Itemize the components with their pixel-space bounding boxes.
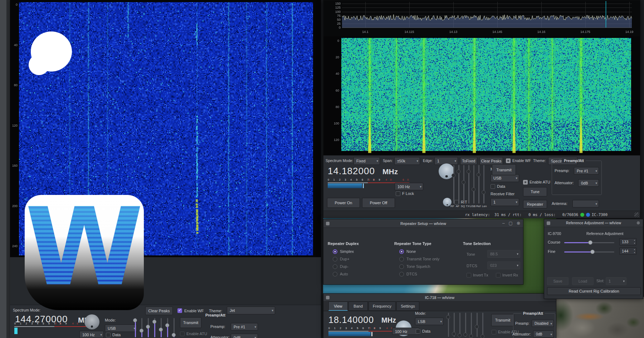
tofixed-button[interactable]: ToFixed	[460, 157, 477, 165]
hf-spectrum-plot[interactable]	[323, 0, 640, 36]
invert-tx-checkbox[interactable]	[467, 273, 471, 278]
tuning-step-select[interactable]: 100 Hz ▾	[79, 331, 104, 338]
frequency-display[interactable]: 14.182000	[328, 166, 375, 177]
course-spinbox[interactable]: 133 ▴ ▾	[619, 238, 636, 245]
power-off-button[interactable]: Power Off	[362, 198, 395, 208]
mode-select[interactable]: LSB ▾	[415, 318, 444, 325]
theme-select[interactable]: Jet ▾	[227, 307, 275, 314]
preamp-select[interactable]: Disabled ▾	[532, 320, 554, 327]
spin-up-icon[interactable]: ▴	[634, 248, 635, 251]
slider-handle[interactable]	[457, 170, 460, 173]
enable-wf-checkbox[interactable]: ✓	[177, 308, 182, 313]
slider-2[interactable]	[452, 313, 456, 337]
tuning-step-select[interactable]: 100 Hz ▾	[392, 328, 419, 335]
slider-handle[interactable]	[462, 180, 465, 184]
slider-handle[interactable]	[458, 333, 462, 337]
slider-2[interactable]	[140, 318, 144, 337]
slider-handle[interactable]	[140, 329, 143, 333]
radio-dup-plus[interactable]	[333, 257, 337, 261]
tab-frequency[interactable]: Frequency	[369, 302, 396, 311]
fine-spinbox[interactable]: 144 ▴ ▾	[619, 248, 636, 255]
close-icon[interactable]: ⊗	[636, 220, 640, 225]
span-select[interactable]: ±50k ▾	[394, 157, 420, 165]
spin-down-icon[interactable]: ▾	[634, 251, 635, 254]
slider-handle[interactable]	[469, 334, 473, 338]
radio-dtcs[interactable]	[399, 272, 404, 276]
hf-waterfall-plot[interactable]	[323, 36, 640, 155]
tab-settings[interactable]: Settings	[396, 302, 419, 311]
radio-dup-minus[interactable]	[333, 264, 337, 269]
receive-filter-select[interactable]: 1 ▾	[491, 198, 519, 206]
tab-view[interactable]: View	[328, 302, 348, 311]
transmit-button[interactable]: Transmit	[492, 164, 516, 175]
f-lock-checkbox[interactable]	[396, 191, 400, 196]
slider-af[interactable]	[457, 165, 461, 204]
antenna-select[interactable]: ▾	[572, 200, 599, 207]
slider-6[interactable]	[165, 318, 170, 337]
attenuator-select[interactable]: 0dB ▾	[578, 179, 599, 187]
preamp-select[interactable]: Pre #1 ▾	[574, 167, 599, 175]
spin-up-icon[interactable]: ▴	[634, 239, 635, 241]
invert-rx-checkbox[interactable]	[496, 273, 501, 278]
attenuator-select[interactable]: 0dB ▾	[533, 330, 554, 338]
transmit-button[interactable]: Transmit	[491, 314, 514, 326]
course-slider-handle[interactable]	[588, 240, 592, 245]
slider-handle[interactable]	[475, 325, 479, 329]
spin-down-icon[interactable]: ▾	[634, 242, 635, 245]
repeater-button[interactable]: Repeater	[523, 200, 547, 209]
read-calibration-button[interactable]: Read Current Rig Calibration	[547, 287, 641, 295]
clear-peaks-button[interactable]: Clear Peaks	[479, 157, 503, 165]
slider-6[interactable]	[475, 313, 479, 337]
slider-handle[interactable]	[463, 333, 467, 337]
resize-grip[interactable]	[634, 212, 639, 217]
slider-ref[interactable]	[477, 165, 481, 204]
slider-handle[interactable]	[146, 325, 150, 329]
tone-select[interactable]: 88.5 ▾	[487, 250, 520, 258]
slider-handle[interactable]	[477, 173, 480, 177]
slider-handle[interactable]	[152, 320, 156, 324]
slider-handle[interactable]	[452, 332, 456, 336]
ic718-title-bar[interactable]: IC-718 — wfview	[323, 294, 556, 302]
slider-handle[interactable]	[467, 170, 470, 173]
radio-none[interactable]	[399, 249, 404, 254]
attenuator-select[interactable]: 0dB ▾	[231, 334, 258, 338]
clear-peaks-button[interactable]: Clear Peaks	[145, 307, 173, 315]
radio-tone-squelch[interactable]	[399, 264, 404, 269]
slider-handle[interactable]	[482, 190, 486, 194]
dtcs-select[interactable]: 023 ▾	[487, 261, 520, 269]
slider-tx[interactable]	[467, 165, 471, 204]
reference-title-bar[interactable]: Reference Adjustment — wfview ⊗	[544, 219, 643, 227]
slider-sq[interactable]	[462, 165, 466, 204]
preamp-select[interactable]: Pre #1 ▾	[231, 323, 258, 330]
slider-1[interactable]	[446, 313, 450, 337]
slider-7[interactable]	[480, 313, 485, 337]
tuning-step-select[interactable]: 100 Hz ▾	[395, 183, 423, 190]
spectrum-mode-select[interactable]: Fixed ▾	[353, 157, 380, 165]
maximize-icon[interactable]: ▢	[509, 221, 513, 226]
enable-atu-checkbox[interactable]	[492, 330, 496, 334]
slider-1[interactable]	[133, 318, 137, 337]
slider-handle[interactable]	[452, 173, 455, 177]
tune-button[interactable]: Tune	[523, 187, 547, 196]
slider-handle[interactable]	[172, 333, 176, 337]
slider-handle[interactable]	[133, 318, 137, 322]
load-button[interactable]: Load	[572, 277, 594, 285]
fine-slider-handle[interactable]	[590, 250, 595, 254]
slider-rf[interactable]	[452, 165, 456, 204]
slider-4[interactable]	[463, 313, 468, 337]
tab-band[interactable]: Band	[348, 302, 368, 311]
close-icon[interactable]: ⊗	[517, 221, 520, 226]
mode-select[interactable]: USB ▾	[491, 174, 519, 182]
save-button[interactable]: Save	[547, 277, 569, 285]
repeater-title-bar[interactable]: Repeater Setup — wfview – ▢ ⊗	[323, 219, 523, 228]
slider-usb[interactable]	[472, 165, 476, 204]
radio-transmit-tone[interactable]	[399, 257, 404, 261]
enable-atu-checkbox[interactable]	[523, 180, 528, 185]
power-on-button[interactable]: Power On	[327, 198, 360, 208]
slider-3[interactable]	[146, 318, 150, 337]
slider-handle[interactable]	[472, 187, 475, 191]
slider-4[interactable]	[152, 318, 157, 337]
slider-handle[interactable]	[159, 328, 163, 332]
slider-7[interactable]	[172, 318, 176, 337]
slider-handle[interactable]	[480, 334, 484, 338]
